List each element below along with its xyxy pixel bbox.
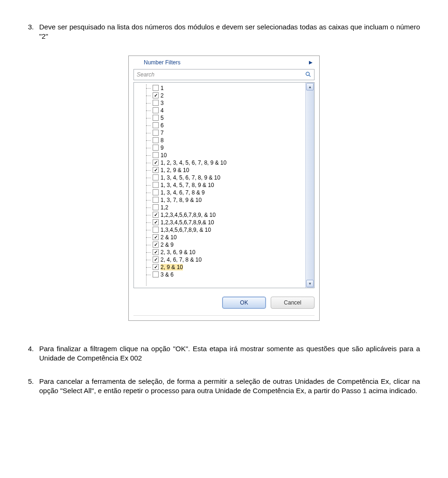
list-item-label: 1,2,3,4,5,6,7,8,9, & 10: [161, 212, 216, 218]
list-item-label: 4: [161, 107, 164, 114]
list-item[interactable]: 1, 3, 4, 6, 7, 8 & 9: [146, 189, 305, 196]
list-item-label: 1, 3, 4, 5, 6, 7, 8, 9 & 10: [161, 174, 220, 181]
search-placeholder: Search: [137, 71, 305, 78]
checkbox[interactable]: [153, 189, 159, 195]
list-item[interactable]: 3: [146, 99, 305, 107]
checkbox[interactable]: [153, 159, 159, 166]
checkbox[interactable]: [153, 145, 159, 151]
list-item-label: 1: [161, 85, 164, 91]
list-item-label: 1,3,4,5,6,7,8,9, & 10: [161, 227, 211, 233]
checkbox[interactable]: [153, 264, 159, 270]
list-item-label: 2, 9 & 10: [161, 264, 183, 270]
list-item-label: 3: [161, 100, 164, 106]
cancel-button[interactable]: Cancel: [271, 297, 315, 309]
scroll-up-icon[interactable]: ▴: [306, 83, 314, 90]
list-item[interactable]: 1,2,3,4,5,6,7,8,9, & 10: [146, 211, 305, 219]
list-item[interactable]: 1, 2, 9 & 10: [146, 166, 305, 174]
list-item-label: 2 & 10: [161, 234, 177, 241]
list-item[interactable]: 2, 4, 6, 7, 8 & 10: [146, 256, 305, 263]
number-filters-menu-item[interactable]: Number Filters ▶: [131, 58, 317, 67]
list-item-label: 9: [161, 145, 164, 151]
paragraph-3-text: Deve ser pesquisado na lista dos números…: [39, 22, 420, 42]
checkbox[interactable]: [153, 197, 159, 203]
checkbox[interactable]: [153, 167, 159, 173]
list-item-label: 1,2,3,4,5,6,7,8,9,& 10: [161, 219, 214, 226]
list-item-label: 1, 2, 9 & 10: [161, 167, 189, 173]
list-item[interactable]: 1,3,4,5,6,7,8,9, & 10: [146, 226, 305, 234]
list-item-label: 8: [161, 137, 164, 144]
checkbox[interactable]: [153, 271, 159, 277]
checkbox[interactable]: [153, 130, 159, 136]
list-item-label: 10: [161, 152, 167, 159]
list-item-label: 2: [161, 92, 164, 99]
checkbox[interactable]: [153, 85, 159, 91]
checkbox[interactable]: [153, 174, 159, 180]
checkbox[interactable]: [153, 100, 159, 106]
list-item-label: 1, 2, 3, 4, 5, 6, 7, 8, 9 & 10: [161, 159, 226, 166]
list-item[interactable]: 1, 3, 4, 5, 6, 7, 8, 9 & 10: [146, 174, 305, 181]
scrollbar[interactable]: ▴ ▾: [305, 83, 314, 288]
paragraph-4-number: 4.: [28, 344, 39, 363]
checkbox[interactable]: [153, 137, 159, 143]
checkbox[interactable]: [153, 107, 159, 113]
list-item[interactable]: 10: [146, 152, 305, 159]
checkbox[interactable]: [153, 256, 159, 263]
divider: [133, 315, 315, 316]
list-item-label: 2, 4, 6, 7, 8 & 10: [161, 256, 202, 263]
list-item-label: 2 & 9: [161, 242, 174, 248]
list-item[interactable]: 3 & 6: [146, 271, 305, 278]
checkbox[interactable]: [153, 152, 159, 158]
paragraph-3: 3. Deve ser pesquisado na lista dos núme…: [28, 22, 420, 42]
list-item-label: 1, 3, 4, 6, 7, 8 & 9: [161, 189, 205, 196]
list-item[interactable]: 2, 3, 6, 9 & 10: [146, 249, 305, 256]
paragraph-4: 4. Para finalizar a filtragem clique na …: [28, 344, 420, 363]
search-icon: [305, 71, 311, 78]
list-item[interactable]: 2 & 9: [146, 241, 305, 249]
list-item[interactable]: 1, 3, 7, 8, 9 & 10: [146, 196, 305, 204]
checkbox[interactable]: [153, 242, 159, 248]
list-item[interactable]: 2 & 10: [146, 234, 305, 241]
scroll-down-icon[interactable]: ▾: [306, 280, 314, 287]
checkbox[interactable]: [153, 212, 159, 218]
checkbox[interactable]: [153, 115, 159, 121]
checkbox[interactable]: [153, 182, 159, 188]
checkbox[interactable]: [153, 234, 159, 240]
list-item[interactable]: 1, 2, 3, 4, 5, 6, 7, 8, 9 & 10: [146, 159, 305, 166]
list-item-label: 6: [161, 122, 164, 129]
list-item-label: 1, 3, 4, 5, 7, 8, 9 & 10: [161, 182, 214, 188]
filter-panel: Number Filters ▶ Search 123456789101, 2,…: [128, 55, 320, 321]
svg-line-1: [309, 75, 310, 76]
paragraph-4-text: Para finalizar a filtragem clique na opç…: [39, 344, 420, 363]
search-row: Search: [131, 67, 317, 82]
list-item[interactable]: 9: [146, 144, 305, 152]
list-item[interactable]: 2: [146, 92, 305, 99]
ok-button[interactable]: OK: [222, 297, 266, 309]
list-item[interactable]: 2, 9 & 10: [146, 263, 305, 271]
search-input[interactable]: Search: [133, 69, 315, 80]
checkbox[interactable]: [153, 122, 159, 128]
list-item[interactable]: 7: [146, 129, 305, 137]
list-item[interactable]: 8: [146, 137, 305, 144]
list-item-label: 3 & 6: [161, 271, 174, 278]
list-item[interactable]: 1, 3, 4, 5, 7, 8, 9 & 10: [146, 181, 305, 189]
list-item[interactable]: 1,2: [146, 204, 305, 211]
list-item-label: 2, 3, 6, 9 & 10: [161, 249, 196, 256]
checkbox[interactable]: [153, 92, 159, 98]
list-item[interactable]: 5: [146, 114, 305, 122]
list-item-label: 7: [161, 130, 164, 136]
checkbox[interactable]: [153, 249, 159, 255]
list-item-label: 1, 3, 7, 8, 9 & 10: [161, 197, 202, 203]
list-item[interactable]: 1,2,3,4,5,6,7,8,9,& 10: [146, 219, 305, 226]
checkbox[interactable]: [153, 204, 159, 210]
list-item[interactable]: 6: [146, 122, 305, 129]
list-item[interactable]: 4: [146, 107, 305, 114]
paragraph-5-text: Para cancelar a ferramenta de seleção, d…: [39, 377, 420, 396]
svg-point-0: [306, 72, 309, 76]
list-item[interactable]: 1: [146, 84, 305, 92]
list-item-label: 5: [161, 115, 164, 121]
checkbox[interactable]: [153, 219, 159, 225]
filter-tree: 123456789101, 2, 3, 4, 5, 6, 7, 8, 9 & 1…: [133, 82, 315, 288]
checkbox[interactable]: [153, 227, 159, 233]
button-row: OK Cancel: [131, 288, 317, 315]
paragraph-5: 5. Para cancelar a ferramenta de seleção…: [28, 377, 420, 396]
